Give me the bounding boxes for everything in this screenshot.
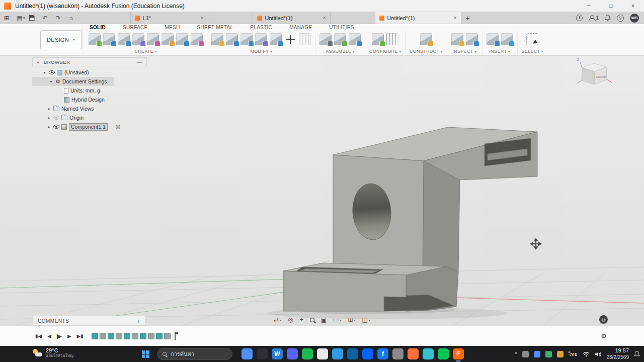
visibility-eye-icon[interactable] xyxy=(49,70,55,74)
caret-down-icon[interactable]: ▾ xyxy=(49,79,53,84)
app-store[interactable] xyxy=(347,348,358,359)
new-component-icon[interactable] xyxy=(319,33,332,45)
assistant-chat-button[interactable]: @ xyxy=(599,315,608,324)
zoom-icon[interactable] xyxy=(310,318,314,322)
fillet-icon[interactable] xyxy=(226,33,238,45)
tab-utilities[interactable]: UTILITIES xyxy=(329,25,354,30)
collaboration-button[interactable]: 1 xyxy=(589,15,599,21)
close-tab-icon[interactable]: × xyxy=(201,15,204,21)
redo-icon[interactable]: ↷ xyxy=(52,12,65,24)
group-label-modify[interactable]: MODIFY▾ xyxy=(250,49,272,54)
tree-item-document-settings[interactable]: ▾ ⚙ Document Settings xyxy=(32,77,114,86)
close-tab-icon[interactable]: × xyxy=(323,15,326,21)
tree-item-origin[interactable]: ▸ Origin xyxy=(32,113,147,122)
taskbar-clock[interactable]: 19:57 23/2/2569 xyxy=(607,347,629,360)
offset-plane-icon[interactable] xyxy=(420,33,432,45)
app-dropbox[interactable] xyxy=(362,348,373,359)
section-analysis-icon[interactable] xyxy=(466,33,478,45)
wifi-icon[interactable] xyxy=(583,351,590,357)
tree-item-named-views[interactable]: ▸ Named Views xyxy=(32,104,147,113)
tree-item-unsaved[interactable]: ▾ (Unsaved) xyxy=(32,68,147,77)
caret-right-icon[interactable]: ▸ xyxy=(47,125,51,129)
form-icon[interactable] xyxy=(191,33,203,45)
go-to-end-button[interactable]: ▶▮ xyxy=(77,333,84,339)
display-settings-icon[interactable]: ▭▾ xyxy=(333,316,341,323)
hole-icon[interactable] xyxy=(162,33,174,45)
timeline-extrude-feature[interactable] xyxy=(100,333,106,339)
timeline-sketch-feature[interactable] xyxy=(156,333,163,339)
document-tab-1[interactable]: L1* × xyxy=(130,12,208,24)
group-label-construct[interactable]: CONSTRUCT▾ xyxy=(410,49,443,54)
home-icon[interactable]: ⌂ xyxy=(65,12,78,24)
insert-derive-icon[interactable] xyxy=(487,33,499,45)
user-avatar[interactable]: WS xyxy=(630,14,639,23)
document-tab-2[interactable]: Untitled*(1) × xyxy=(253,12,331,24)
3d-model[interactable] xyxy=(283,127,537,311)
fit-icon[interactable]: ▣ xyxy=(321,316,327,323)
revolve-icon[interactable] xyxy=(118,33,130,45)
create-sketch-icon[interactable] xyxy=(89,33,101,45)
tab-surface[interactable]: SURFACE xyxy=(123,25,147,30)
rigid-group-icon[interactable] xyxy=(349,33,361,45)
combine-icon[interactable] xyxy=(255,33,267,45)
maximize-button[interactable]: □ xyxy=(600,0,622,12)
hidden-icons-chevron[interactable]: ^ xyxy=(515,351,517,357)
thread-icon[interactable] xyxy=(176,33,188,45)
offset-face-icon[interactable] xyxy=(270,33,282,45)
grid-and-snaps-icon[interactable]: ⊞▾ xyxy=(348,316,355,323)
group-label-inspect[interactable]: INSPECT▾ xyxy=(452,49,476,54)
pan-icon[interactable]: + xyxy=(300,316,303,323)
select-icon[interactable] xyxy=(526,33,538,45)
play-button[interactable]: ▶ xyxy=(57,332,62,340)
configuration-table-icon[interactable] xyxy=(386,33,398,45)
notification-center-icon[interactable] xyxy=(634,351,640,357)
minimize-panel-icon[interactable]: — xyxy=(137,59,142,65)
new-tab-button[interactable]: + xyxy=(461,12,474,24)
language-indicator[interactable]: ไทย xyxy=(569,350,577,358)
notifications-bell-icon[interactable] xyxy=(605,15,611,21)
app-edge[interactable] xyxy=(332,348,343,359)
canvas-icon[interactable] xyxy=(501,33,513,45)
configure-icon[interactable] xyxy=(372,33,384,45)
tree-item-hybrid-design[interactable]: Hybrid Design xyxy=(32,95,147,104)
weather-widget[interactable]: 29°C แจ่มใสส่วนใหญ่ xyxy=(32,347,73,358)
extrude-icon[interactable] xyxy=(103,33,115,45)
group-label-assemble[interactable]: ASSEMBLE▾ xyxy=(326,49,354,54)
timeline-sketch-feature[interactable] xyxy=(124,333,130,339)
tray-updates-icon[interactable] xyxy=(557,351,564,357)
timeline-sketch-feature[interactable] xyxy=(92,333,98,339)
help-icon[interactable]: ? xyxy=(617,15,624,22)
timeline-extrude-feature[interactable] xyxy=(132,333,138,339)
comments-bar[interactable]: COMMENTS + xyxy=(32,316,146,326)
app-clipchamp[interactable] xyxy=(257,348,268,359)
minimize-button[interactable]: ─ xyxy=(578,0,600,12)
app-settings[interactable] xyxy=(392,348,404,359)
timeline-sketch-feature[interactable] xyxy=(108,333,114,339)
group-label-insert[interactable]: INSERT▾ xyxy=(490,49,510,54)
group-label-create[interactable]: CREATE▾ xyxy=(135,49,157,54)
tree-item-component1[interactable]: ▸ Component1:1 xyxy=(32,122,147,131)
visibility-eye-icon[interactable] xyxy=(53,125,59,129)
document-tab-3-active[interactable]: Untitled*(1) × xyxy=(375,12,461,24)
tab-mesh[interactable]: MESH xyxy=(165,25,180,30)
app-firefox[interactable] xyxy=(408,348,419,359)
sweep-icon[interactable] xyxy=(132,33,144,45)
app-photos[interactable] xyxy=(242,348,253,359)
save-icon[interactable] xyxy=(29,15,35,21)
tree-item-units[interactable]: Units: mm, g xyxy=(32,86,147,95)
group-label-select[interactable]: SELECT▾ xyxy=(522,49,543,54)
app-chrome[interactable] xyxy=(317,348,328,359)
change-parameters-icon[interactable] xyxy=(299,33,311,45)
view-cube[interactable]: FRONT Z xyxy=(577,58,612,84)
go-to-start-button[interactable]: ▮◀ xyxy=(35,333,42,339)
tab-plastic[interactable]: PLASTIC xyxy=(250,25,272,30)
app-messenger[interactable] xyxy=(423,348,434,359)
step-forward-button[interactable]: ▶ xyxy=(67,333,71,339)
tab-sheet-metal[interactable]: SHEET METAL xyxy=(197,25,233,30)
tray-antivirus-icon[interactable] xyxy=(545,351,552,357)
press-pull-icon[interactable] xyxy=(211,33,223,45)
loft-icon[interactable] xyxy=(147,33,159,45)
caret-right-icon[interactable]: ▸ xyxy=(47,107,51,111)
job-status-icon[interactable] xyxy=(576,15,583,21)
app-discord[interactable] xyxy=(287,348,298,359)
